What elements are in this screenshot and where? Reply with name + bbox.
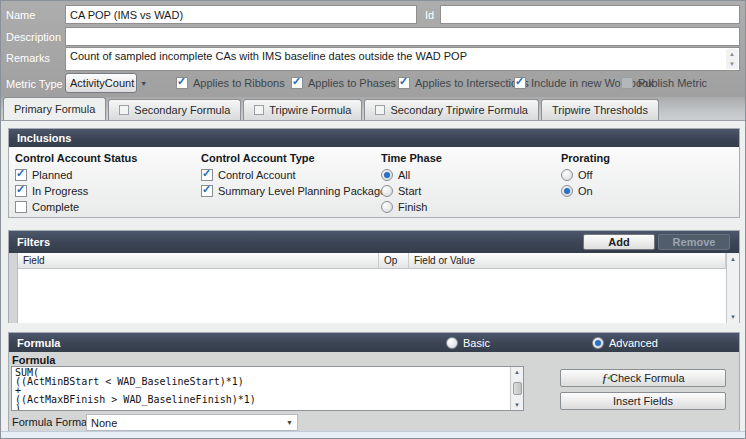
filters-table-body bbox=[18, 269, 726, 323]
applies-to-ribbons-label: Applies to Ribbons bbox=[193, 77, 285, 89]
scrollbar-thumb[interactable] bbox=[513, 382, 522, 395]
checkbox-icon[interactable]: ✓ bbox=[514, 77, 526, 89]
tab-label: Secondary Tripwire Formula bbox=[390, 104, 528, 116]
advanced-mode-radio[interactable]: Advanced bbox=[592, 337, 658, 349]
checkbox-icon[interactable]: ✓ bbox=[15, 169, 27, 181]
control-account-checkbox[interactable]: ✓ Control Account bbox=[201, 168, 296, 181]
scroll-down-icon[interactable]: ▼ bbox=[514, 402, 520, 408]
remarks-label: Remarks bbox=[6, 52, 50, 64]
radio-icon[interactable] bbox=[381, 201, 393, 213]
formula-header: Formula Basic Advanced bbox=[9, 333, 739, 352]
column-header-op[interactable]: Op bbox=[379, 253, 409, 268]
checkbox-icon[interactable]: ✓ bbox=[176, 77, 188, 89]
description-input[interactable] bbox=[65, 27, 740, 46]
checkbox-icon[interactable]: ✓ bbox=[201, 185, 213, 197]
applies-to-intersections-checkbox[interactable]: ✓ Applies to Intersections bbox=[398, 76, 529, 89]
id-input[interactable] bbox=[440, 5, 740, 24]
radio-icon[interactable] bbox=[446, 337, 458, 349]
filters-scrollbar[interactable]: ▲ ▼ bbox=[726, 253, 739, 323]
window-bottom-edge bbox=[1, 431, 745, 439]
name-label: Name bbox=[6, 9, 35, 21]
tab-secondary-formula[interactable]: Secondary Formula bbox=[108, 99, 241, 120]
checkbox-icon[interactable]: ✓ bbox=[15, 185, 27, 197]
remarks-scrollbar[interactable]: ▲ ▼ bbox=[726, 49, 738, 69]
column-header-field-or-value[interactable]: Field or Value bbox=[409, 253, 726, 268]
checkbox-icon[interactable] bbox=[15, 201, 27, 213]
scroll-up-icon[interactable]: ▲ bbox=[514, 369, 520, 375]
scroll-up-icon[interactable]: ▲ bbox=[730, 256, 736, 262]
column-header-field[interactable]: Field bbox=[18, 253, 379, 268]
time-phase-finish-label: Finish bbox=[398, 201, 427, 213]
formula-format-label: Formula Format bbox=[12, 416, 90, 428]
primary-formula-page: Inclusions Control Account Status ✓ Plan… bbox=[1, 120, 745, 432]
prorating-off-radio[interactable]: Off bbox=[561, 168, 592, 181]
tab-checkbox[interactable] bbox=[254, 105, 264, 115]
tab-checkbox[interactable] bbox=[375, 105, 385, 115]
filters-table: Field Op Field or Value ▲ ▼ bbox=[9, 253, 739, 323]
applies-to-phases-label: Applies to Phases bbox=[308, 77, 396, 89]
insert-fields-button[interactable]: Insert Fields bbox=[560, 392, 726, 410]
scroll-down-icon[interactable]: ▼ bbox=[729, 61, 735, 67]
checkbox-icon[interactable]: ✓ bbox=[201, 169, 213, 181]
summary-level-planning-package-checkbox[interactable]: ✓ Summary Level Planning Package bbox=[201, 184, 386, 197]
formula-format-dropdown[interactable]: None ▼ bbox=[86, 414, 298, 431]
scroll-down-icon[interactable]: ▼ bbox=[730, 314, 736, 320]
basic-mode-radio[interactable]: Basic bbox=[446, 337, 490, 349]
checkbox-icon[interactable]: ✓ bbox=[398, 77, 410, 89]
checkbox-icon[interactable]: ✓ bbox=[291, 77, 303, 89]
tab-checkbox[interactable] bbox=[119, 105, 129, 115]
formula-editor-scrollbar[interactable]: ▲ ▼ bbox=[510, 367, 523, 410]
filters-table-header: Field Op Field or Value bbox=[18, 253, 726, 269]
name-input[interactable] bbox=[65, 5, 417, 24]
radio-icon[interactable] bbox=[381, 185, 393, 197]
inclusions-title: Inclusions bbox=[17, 132, 71, 144]
planned-label: Planned bbox=[32, 169, 72, 181]
metric-type-label: Metric Type bbox=[6, 78, 63, 90]
add-filter-button[interactable]: Add bbox=[583, 234, 655, 250]
inclusions-body: Control Account Status ✓ Planned ✓ In Pr… bbox=[9, 147, 739, 217]
applies-to-phases-checkbox[interactable]: ✓ Applies to Phases bbox=[291, 76, 396, 89]
dropdown-arrow-icon: ▼ bbox=[286, 419, 293, 426]
metric-type-value: ActivityCount bbox=[70, 77, 134, 89]
scroll-up-icon[interactable]: ▲ bbox=[729, 51, 735, 57]
check-formula-button[interactable]: ƒ✓ Check Formula bbox=[560, 369, 726, 387]
in-progress-checkbox[interactable]: ✓ In Progress bbox=[15, 184, 88, 197]
basic-mode-label: Basic bbox=[463, 337, 490, 349]
remove-filter-button[interactable]: Remove bbox=[658, 234, 730, 250]
tab-primary-formula[interactable]: Primary Formula bbox=[3, 97, 106, 120]
tab-label: Tripwire Thresholds bbox=[552, 104, 648, 116]
row-selector-gutter bbox=[9, 253, 18, 323]
insert-fields-label: Insert Fields bbox=[613, 395, 673, 407]
time-phase-all-label: All bbox=[398, 169, 410, 181]
id-label: Id bbox=[425, 9, 434, 21]
advanced-mode-label: Advanced bbox=[609, 337, 658, 349]
prorating-on-radio[interactable]: On bbox=[561, 184, 593, 197]
tab-tripwire-formula[interactable]: Tripwire Formula bbox=[243, 99, 362, 120]
tab-label: Primary Formula bbox=[14, 103, 95, 115]
tab-label: Secondary Formula bbox=[134, 104, 230, 116]
prorating-off-label: Off bbox=[578, 169, 592, 181]
tab-tripwire-thresholds[interactable]: Tripwire Thresholds bbox=[541, 99, 659, 120]
radio-icon[interactable] bbox=[561, 169, 573, 181]
check-formula-label: Check Formula bbox=[610, 372, 685, 384]
formula-editor[interactable]: SUM( ((ActMinBStart < WAD_BaselineStart)… bbox=[11, 366, 524, 411]
formula-group: Formula Basic Advanced Formula SUM( ((Ac… bbox=[8, 332, 740, 432]
tab-secondary-tripwire-formula[interactable]: Secondary Tripwire Formula bbox=[364, 99, 539, 120]
time-phase-start-label: Start bbox=[398, 185, 421, 197]
checkbox-icon bbox=[621, 77, 633, 89]
metric-type-dropdown[interactable]: ActivityCount ▼ bbox=[65, 73, 137, 93]
formula-body: Formula SUM( ((ActMinBStart < WAD_Baseli… bbox=[9, 352, 739, 431]
planned-checkbox[interactable]: ✓ Planned bbox=[15, 168, 72, 181]
time-phase-start-radio[interactable]: Start bbox=[381, 184, 421, 197]
formula-text[interactable]: SUM( ((ActMinBStart < WAD_BaselineStart)… bbox=[12, 367, 523, 411]
time-phase-finish-radio[interactable]: Finish bbox=[381, 200, 427, 213]
remarks-input[interactable]: Count of sampled incomplete CAs with IMS… bbox=[65, 47, 740, 71]
time-phase-all-radio[interactable]: All bbox=[381, 168, 410, 181]
in-progress-label: In Progress bbox=[32, 185, 88, 197]
radio-icon[interactable] bbox=[592, 337, 604, 349]
applies-to-ribbons-checkbox[interactable]: ✓ Applies to Ribbons bbox=[176, 76, 285, 89]
radio-icon[interactable] bbox=[561, 185, 573, 197]
complete-checkbox[interactable]: Complete bbox=[15, 200, 79, 213]
radio-icon[interactable] bbox=[381, 169, 393, 181]
prorating-on-label: On bbox=[578, 185, 593, 197]
